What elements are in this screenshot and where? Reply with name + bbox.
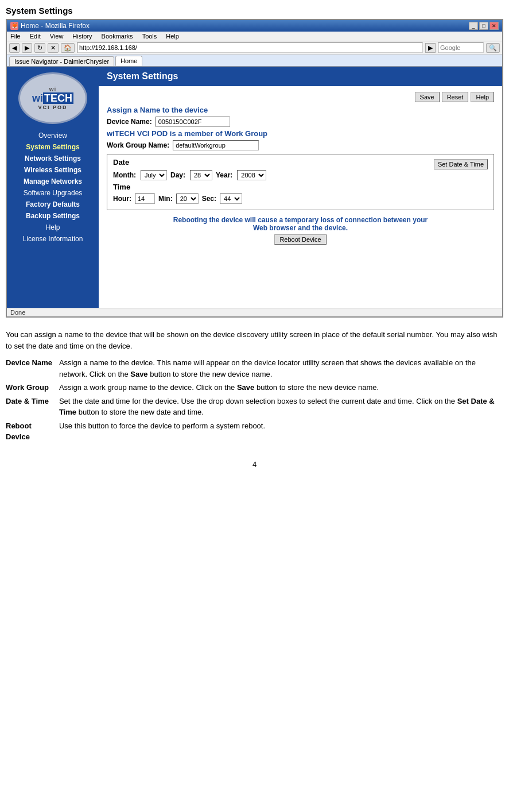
menu-tools[interactable]: Tools xyxy=(141,32,158,40)
tab-bar: Issue Navigator - DaimlerChrysler Home xyxy=(7,55,502,67)
menu-help[interactable]: Help xyxy=(165,32,180,40)
address-input[interactable] xyxy=(77,42,423,53)
term-date-time: Date & Time Set the date and time for th… xyxy=(6,393,503,418)
term-device-name: Device Name Assign a name to the device.… xyxy=(6,355,503,380)
toolbar: ◀ ▶ ↻ ✕ 🏠 ▶ 🔍 xyxy=(7,41,502,55)
menu-edit[interactable]: Edit xyxy=(29,32,42,40)
sec-select[interactable]: 44 xyxy=(220,194,242,204)
action-buttons: Save Reset Help xyxy=(107,92,494,102)
sidebar-item-network-settings[interactable]: Network Settings xyxy=(7,153,99,164)
title-bar-buttons[interactable]: _ □ ✕ xyxy=(469,22,499,30)
term-label-device-name: Device Name xyxy=(6,355,59,380)
min-select[interactable]: 20 xyxy=(176,194,199,204)
logo-top-text: wi xyxy=(49,86,57,92)
tab-issue-navigator[interactable]: Issue Navigator - DaimlerChrysler xyxy=(9,56,114,66)
menu-bookmarks[interactable]: Bookmarks xyxy=(100,32,134,40)
month-label: Month: xyxy=(113,171,136,179)
term-label-date-time: Date & Time xyxy=(6,393,59,418)
right-content: System Settings Save Reset Help Assign a… xyxy=(99,67,502,308)
stop-button[interactable]: ✕ xyxy=(48,43,59,53)
back-button[interactable]: ◀ xyxy=(9,43,20,53)
term-label-reboot-device: RebootDevice xyxy=(6,418,59,443)
body-text: You can assign a name to the device that… xyxy=(0,323,509,448)
sidebar-item-wireless-settings[interactable]: Wireless Settings xyxy=(7,164,99,176)
year-label: Year: xyxy=(216,171,232,179)
window-title: Home - Mozilla Firefox xyxy=(21,22,90,30)
page-title: System Settings xyxy=(0,0,509,19)
sidebar-item-backup-settings[interactable]: Backup Settings xyxy=(7,210,99,222)
sidebar-nav: Overview System Settings Network Setting… xyxy=(7,130,99,245)
form-area: Save Reset Help Assign a Name to the dev… xyxy=(99,86,502,250)
set-datetime-button[interactable]: Set Date & Time xyxy=(434,159,488,169)
term-def-device-name: Assign a name to the device. This name w… xyxy=(59,355,503,380)
address-bar: ▶ xyxy=(77,42,436,53)
logo-sub-text: VCI POD xyxy=(38,105,67,110)
minimize-button[interactable]: _ xyxy=(469,22,478,30)
menu-history[interactable]: History xyxy=(71,32,93,40)
date-row: Month: July Day: 28 Year: 2008 xyxy=(113,170,488,180)
term-def-work-group: Assign a work group name to the device. … xyxy=(59,380,503,393)
workgroup-section-title: wiTECH VCI POD is a member of Work Group xyxy=(107,129,494,138)
term-def-date-time: Set the date and time for the device. Us… xyxy=(59,393,503,418)
page-number: 4 xyxy=(0,448,509,474)
assign-section-title: Assign a Name to the device xyxy=(107,106,494,114)
device-name-label: Device Name: xyxy=(107,118,152,126)
device-name-row: Device Name: xyxy=(107,117,494,127)
reboot-btn-wrapper: Reboot Device xyxy=(107,234,494,245)
reset-button[interactable]: Reset xyxy=(442,92,469,102)
term-def-reboot-device: Use this button to force the device to p… xyxy=(59,418,503,443)
tab-home[interactable]: Home xyxy=(115,56,142,66)
sidebar: wi wiTECH VCI POD Overview System Settin… xyxy=(7,67,99,308)
hour-label: Hour: xyxy=(113,195,131,203)
sidebar-item-manage-networks[interactable]: Manage Networks xyxy=(7,176,99,187)
search-input[interactable] xyxy=(438,42,484,53)
date-section-title: Date xyxy=(113,158,129,167)
search-button[interactable]: 🔍 xyxy=(486,43,500,53)
go-button[interactable]: ▶ xyxy=(425,43,436,53)
device-name-input[interactable] xyxy=(156,117,230,127)
home-button[interactable]: 🏠 xyxy=(61,43,75,53)
menu-file[interactable]: File xyxy=(9,32,22,40)
status-bar: Done xyxy=(7,308,502,316)
menu-view[interactable]: View xyxy=(49,32,65,40)
year-select[interactable]: 2008 xyxy=(237,170,266,180)
sidebar-item-help[interactable]: Help xyxy=(7,222,99,233)
logo-brand-text: wiTECH xyxy=(32,92,73,105)
firefox-icon: 🦊 xyxy=(10,22,18,30)
maximize-button[interactable]: □ xyxy=(479,22,488,30)
reboot-device-button[interactable]: Reboot Device xyxy=(274,234,326,245)
term-work-group: Work Group Assign a work group name to t… xyxy=(6,380,503,393)
time-section-title: Time xyxy=(113,183,488,191)
sec-label: Sec: xyxy=(202,195,216,203)
browser-window: 🦊 Home - Mozilla Firefox _ □ ✕ File Edit… xyxy=(6,19,503,318)
sidebar-item-factory-defaults[interactable]: Factory Defaults xyxy=(7,199,99,210)
sidebar-item-software-upgrades[interactable]: Software Upgrades xyxy=(7,187,99,199)
title-bar: 🦊 Home - Mozilla Firefox _ □ ✕ xyxy=(7,20,502,32)
day-select[interactable]: 28 xyxy=(190,170,212,180)
content-header: System Settings xyxy=(99,67,502,86)
definition-list: Device Name Assign a name to the device.… xyxy=(6,355,503,443)
save-button[interactable]: Save xyxy=(415,92,440,102)
term-reboot-device: RebootDevice Use this button to force th… xyxy=(6,418,503,443)
workgroup-input[interactable] xyxy=(173,140,259,150)
reboot-warning: Rebooting the device will cause a tempor… xyxy=(107,216,494,232)
close-button[interactable]: ✕ xyxy=(489,22,499,30)
min-label: Min: xyxy=(158,195,173,203)
main-content: wi wiTECH VCI POD Overview System Settin… xyxy=(7,67,502,308)
forward-button[interactable]: ▶ xyxy=(22,43,32,53)
datetime-box: Date Set Date & Time Month: July Day: 28… xyxy=(107,154,494,210)
menu-bar: File Edit View History Bookmarks Tools H… xyxy=(7,32,502,41)
workgroup-row: Work Group Name: xyxy=(107,140,494,150)
hour-input[interactable] xyxy=(135,194,155,204)
sidebar-item-system-settings[interactable]: System Settings xyxy=(7,141,99,153)
month-select[interactable]: July xyxy=(141,170,167,180)
sidebar-item-overview[interactable]: Overview xyxy=(7,130,99,141)
term-label-work-group: Work Group xyxy=(6,380,59,393)
reload-button[interactable]: ↻ xyxy=(34,43,45,53)
workgroup-label: Work Group Name: xyxy=(107,141,169,149)
title-bar-left: 🦊 Home - Mozilla Firefox xyxy=(10,22,90,30)
help-button[interactable]: Help xyxy=(471,92,494,102)
intro-text: You can assign a name to the device that… xyxy=(6,329,503,351)
sidebar-item-license[interactable]: License Information xyxy=(7,233,99,245)
day-label: Day: xyxy=(170,171,185,179)
